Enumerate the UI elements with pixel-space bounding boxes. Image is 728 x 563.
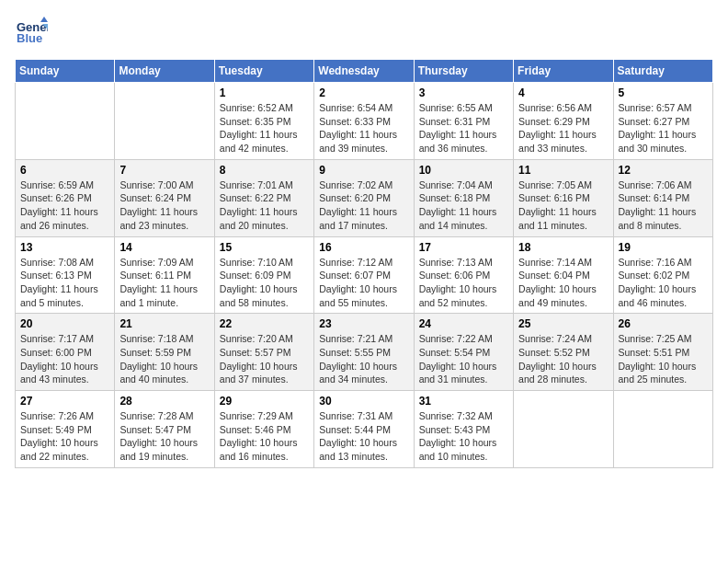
cell-info: Sunrise: 6:59 AM Sunset: 6:26 PM Dayligh… xyxy=(20,178,109,233)
calendar-cell: 11Sunrise: 7:05 AM Sunset: 6:16 PM Dayli… xyxy=(514,159,613,236)
day-number: 24 xyxy=(419,317,508,330)
day-number: 10 xyxy=(419,164,508,177)
cell-info: Sunrise: 6:55 AM Sunset: 6:31 PM Dayligh… xyxy=(419,101,508,155)
calendar-cell: 27Sunrise: 7:26 AM Sunset: 5:49 PM Dayli… xyxy=(16,391,115,468)
cell-info: Sunrise: 6:57 AM Sunset: 6:27 PM Dayligh… xyxy=(619,101,708,155)
cell-info: Sunrise: 6:56 AM Sunset: 6:29 PM Dayligh… xyxy=(518,101,608,155)
day-number: 30 xyxy=(319,395,408,408)
day-number: 17 xyxy=(419,241,508,254)
calendar-week-row: 13Sunrise: 7:08 AM Sunset: 6:13 PM Dayli… xyxy=(16,236,713,314)
calendar-cell: 18Sunrise: 7:14 AM Sunset: 6:04 PM Dayli… xyxy=(514,236,613,314)
cell-info: Sunrise: 7:02 AM Sunset: 6:20 PM Dayligh… xyxy=(319,178,408,233)
cell-info: Sunrise: 7:24 AM Sunset: 5:52 PM Dayligh… xyxy=(518,332,608,386)
calendar-cell: 23Sunrise: 7:21 AM Sunset: 5:55 PM Dayli… xyxy=(314,314,414,391)
calendar-week-row: 1Sunrise: 6:52 AM Sunset: 6:35 PM Daylig… xyxy=(16,83,713,160)
calendar-day-header: Tuesday xyxy=(214,60,313,83)
cell-info: Sunrise: 7:29 AM Sunset: 5:46 PM Dayligh… xyxy=(220,409,309,464)
calendar-day-header: Friday xyxy=(514,60,613,83)
day-number: 19 xyxy=(619,241,708,254)
day-number: 15 xyxy=(220,241,309,254)
calendar-cell: 16Sunrise: 7:12 AM Sunset: 6:07 PM Dayli… xyxy=(314,236,414,314)
calendar-cell xyxy=(115,83,214,160)
cell-info: Sunrise: 7:20 AM Sunset: 5:57 PM Dayligh… xyxy=(220,332,309,386)
calendar-week-row: 6Sunrise: 6:59 AM Sunset: 6:26 PM Daylig… xyxy=(16,159,713,236)
svg-text:Blue: Blue xyxy=(17,31,42,45)
day-number: 22 xyxy=(220,317,309,330)
day-number: 14 xyxy=(119,241,209,254)
day-number: 23 xyxy=(319,317,408,330)
day-number: 9 xyxy=(319,164,408,177)
cell-info: Sunrise: 7:28 AM Sunset: 5:47 PM Dayligh… xyxy=(119,409,209,464)
cell-info: Sunrise: 7:12 AM Sunset: 6:07 PM Dayligh… xyxy=(319,256,408,310)
calendar-cell: 17Sunrise: 7:13 AM Sunset: 6:06 PM Dayli… xyxy=(414,236,513,314)
cell-info: Sunrise: 7:18 AM Sunset: 5:59 PM Dayligh… xyxy=(119,332,209,386)
calendar-cell: 30Sunrise: 7:31 AM Sunset: 5:44 PM Dayli… xyxy=(314,391,414,468)
cell-info: Sunrise: 7:32 AM Sunset: 5:43 PM Dayligh… xyxy=(419,409,508,464)
page-header: General Blue xyxy=(15,15,713,48)
day-number: 1 xyxy=(220,86,309,99)
calendar-cell: 7Sunrise: 7:00 AM Sunset: 6:24 PM Daylig… xyxy=(115,159,214,236)
logo-icon: General Blue xyxy=(15,15,48,48)
cell-info: Sunrise: 7:21 AM Sunset: 5:55 PM Dayligh… xyxy=(319,332,408,386)
cell-info: Sunrise: 7:00 AM Sunset: 6:24 PM Dayligh… xyxy=(119,178,209,233)
calendar-cell: 3Sunrise: 6:55 AM Sunset: 6:31 PM Daylig… xyxy=(414,83,513,160)
cell-info: Sunrise: 7:13 AM Sunset: 6:06 PM Dayligh… xyxy=(419,256,508,310)
cell-info: Sunrise: 6:54 AM Sunset: 6:33 PM Dayligh… xyxy=(319,101,408,155)
calendar-cell: 12Sunrise: 7:06 AM Sunset: 6:14 PM Dayli… xyxy=(613,159,712,236)
calendar-header-row: SundayMondayTuesdayWednesdayThursdayFrid… xyxy=(16,60,713,83)
day-number: 18 xyxy=(518,241,608,254)
calendar-cell: 6Sunrise: 6:59 AM Sunset: 6:26 PM Daylig… xyxy=(16,159,115,236)
calendar-cell xyxy=(613,391,712,468)
calendar-cell: 21Sunrise: 7:18 AM Sunset: 5:59 PM Dayli… xyxy=(115,314,214,391)
cell-info: Sunrise: 7:16 AM Sunset: 6:02 PM Dayligh… xyxy=(619,256,708,310)
calendar-cell: 14Sunrise: 7:09 AM Sunset: 6:11 PM Dayli… xyxy=(115,236,214,314)
day-number: 27 xyxy=(20,395,109,408)
calendar-day-header: Wednesday xyxy=(314,60,414,83)
day-number: 13 xyxy=(20,241,109,254)
cell-info: Sunrise: 7:04 AM Sunset: 6:18 PM Dayligh… xyxy=(419,178,508,233)
day-number: 12 xyxy=(619,164,708,177)
day-number: 29 xyxy=(220,395,309,408)
day-number: 20 xyxy=(20,317,109,330)
calendar-cell: 4Sunrise: 6:56 AM Sunset: 6:29 PM Daylig… xyxy=(514,83,613,160)
calendar-cell: 31Sunrise: 7:32 AM Sunset: 5:43 PM Dayli… xyxy=(414,391,513,468)
calendar-cell: 22Sunrise: 7:20 AM Sunset: 5:57 PM Dayli… xyxy=(214,314,313,391)
cell-info: Sunrise: 6:52 AM Sunset: 6:35 PM Dayligh… xyxy=(220,101,309,155)
calendar-day-header: Saturday xyxy=(613,60,712,83)
cell-info: Sunrise: 7:09 AM Sunset: 6:11 PM Dayligh… xyxy=(119,256,209,310)
cell-info: Sunrise: 7:14 AM Sunset: 6:04 PM Dayligh… xyxy=(518,256,608,310)
calendar-cell: 9Sunrise: 7:02 AM Sunset: 6:20 PM Daylig… xyxy=(314,159,414,236)
calendar-cell: 15Sunrise: 7:10 AM Sunset: 6:09 PM Dayli… xyxy=(214,236,313,314)
calendar-cell xyxy=(514,391,613,468)
calendar-cell: 24Sunrise: 7:22 AM Sunset: 5:54 PM Dayli… xyxy=(414,314,513,391)
day-number: 11 xyxy=(518,164,608,177)
calendar-cell: 5Sunrise: 6:57 AM Sunset: 6:27 PM Daylig… xyxy=(613,83,712,160)
day-number: 28 xyxy=(119,395,209,408)
day-number: 26 xyxy=(619,317,708,330)
day-number: 2 xyxy=(319,86,408,99)
calendar-cell: 13Sunrise: 7:08 AM Sunset: 6:13 PM Dayli… xyxy=(16,236,115,314)
calendar-day-header: Thursday xyxy=(414,60,513,83)
cell-info: Sunrise: 7:05 AM Sunset: 6:16 PM Dayligh… xyxy=(518,178,608,233)
calendar-day-header: Sunday xyxy=(16,60,115,83)
calendar-cell: 10Sunrise: 7:04 AM Sunset: 6:18 PM Dayli… xyxy=(414,159,513,236)
calendar-cell: 2Sunrise: 6:54 AM Sunset: 6:33 PM Daylig… xyxy=(314,83,414,160)
day-number: 16 xyxy=(319,241,408,254)
cell-info: Sunrise: 7:25 AM Sunset: 5:51 PM Dayligh… xyxy=(619,332,708,386)
cell-info: Sunrise: 7:10 AM Sunset: 6:09 PM Dayligh… xyxy=(220,256,309,310)
cell-info: Sunrise: 7:26 AM Sunset: 5:49 PM Dayligh… xyxy=(20,409,109,464)
calendar-cell: 26Sunrise: 7:25 AM Sunset: 5:51 PM Dayli… xyxy=(613,314,712,391)
calendar-cell: 1Sunrise: 6:52 AM Sunset: 6:35 PM Daylig… xyxy=(214,83,313,160)
day-number: 25 xyxy=(518,317,608,330)
calendar-cell xyxy=(16,83,115,160)
day-number: 4 xyxy=(518,86,608,99)
cell-info: Sunrise: 7:06 AM Sunset: 6:14 PM Dayligh… xyxy=(619,178,708,233)
day-number: 7 xyxy=(119,164,209,177)
calendar-cell: 8Sunrise: 7:01 AM Sunset: 6:22 PM Daylig… xyxy=(214,159,313,236)
calendar-table: SundayMondayTuesdayWednesdayThursdayFrid… xyxy=(15,59,713,468)
calendar-cell: 29Sunrise: 7:29 AM Sunset: 5:46 PM Dayli… xyxy=(214,391,313,468)
day-number: 21 xyxy=(119,317,209,330)
day-number: 8 xyxy=(220,164,309,177)
calendar-week-row: 27Sunrise: 7:26 AM Sunset: 5:49 PM Dayli… xyxy=(16,391,713,468)
logo: General Blue xyxy=(15,15,51,48)
